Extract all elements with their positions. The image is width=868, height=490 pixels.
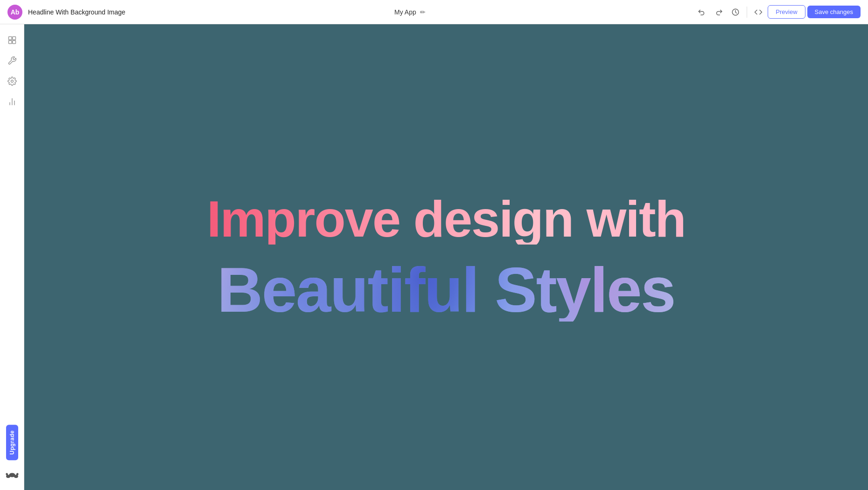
sidebar-item-analytics[interactable] bbox=[4, 93, 21, 110]
sidebar-item-tools[interactable] bbox=[4, 52, 21, 69]
header-actions: Preview Save changes bbox=[694, 5, 861, 20]
preview-button[interactable]: Preview bbox=[768, 5, 805, 19]
code-button[interactable] bbox=[751, 5, 766, 20]
header-divider bbox=[747, 7, 747, 18]
svg-rect-1 bbox=[8, 37, 12, 40]
sidebar-item-settings[interactable] bbox=[4, 73, 21, 90]
headline-top-text: Improve design with bbox=[207, 193, 685, 245]
sidebar: Upgrade bbox=[0, 24, 24, 490]
headline-bottom-text: Beautiful Styles bbox=[217, 259, 675, 322]
main-area: Upgrade Improve design with Beautiful St… bbox=[0, 24, 868, 490]
app-header: Ab Headline With Background Image My App… bbox=[0, 0, 868, 24]
app-name-label: My App bbox=[394, 8, 416, 16]
redo-button[interactable] bbox=[711, 5, 726, 20]
sidebar-item-layout[interactable] bbox=[4, 32, 21, 49]
undo-button[interactable] bbox=[694, 5, 709, 20]
svg-rect-2 bbox=[12, 37, 15, 40]
canvas-area: Improve design with Beautiful Styles bbox=[24, 24, 868, 490]
save-button[interactable]: Save changes bbox=[807, 6, 861, 18]
edit-icon[interactable]: ✏ bbox=[420, 8, 426, 16]
header-center: My App ✏ bbox=[131, 8, 689, 16]
svg-rect-3 bbox=[8, 41, 12, 44]
logo-initials: Ab bbox=[11, 8, 20, 16]
canvas-content: Improve design with Beautiful Styles bbox=[207, 193, 685, 322]
svg-point-5 bbox=[11, 80, 13, 83]
upgrade-button[interactable]: Upgrade bbox=[6, 425, 18, 460]
history-button[interactable] bbox=[728, 5, 743, 20]
app-logo: Ab bbox=[7, 5, 22, 20]
svg-rect-4 bbox=[12, 41, 15, 44]
page-title: Headline With Background Image bbox=[28, 8, 126, 16]
sidebar-bottom-logo bbox=[5, 468, 20, 483]
